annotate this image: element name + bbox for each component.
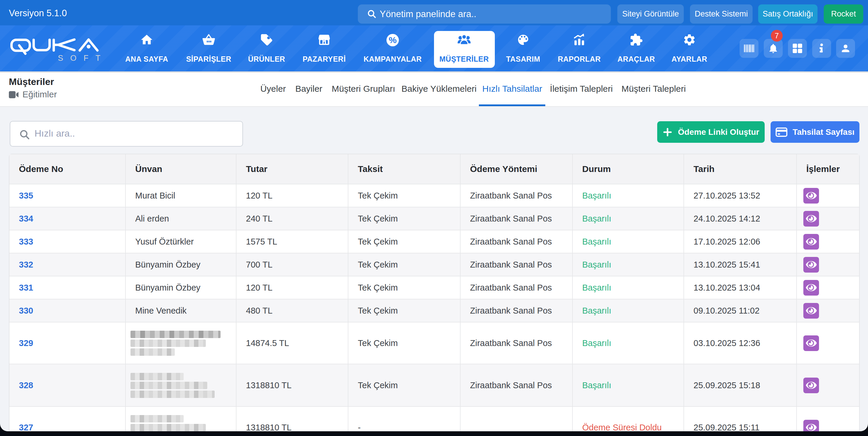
svg-text:%: % (389, 35, 397, 45)
